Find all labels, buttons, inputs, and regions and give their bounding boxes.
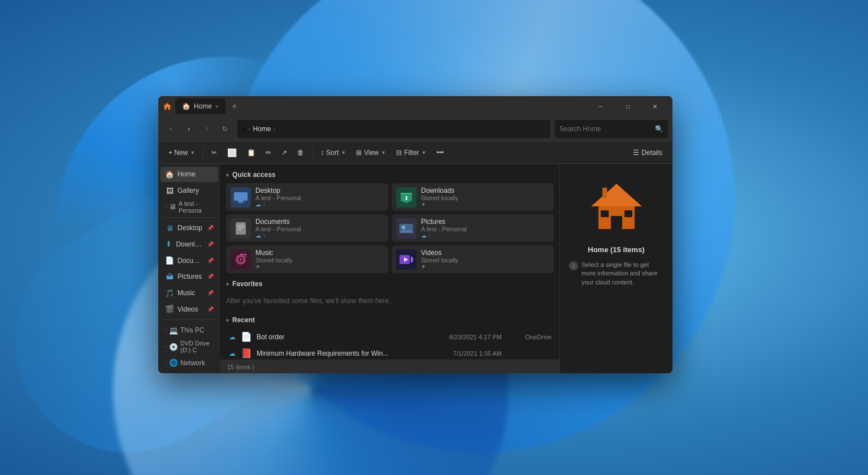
sidebar-item-pictures[interactable]: 🏔 Pictures 📌 [160, 269, 218, 284]
close-btn[interactable]: ✕ [642, 96, 668, 116]
folder-downloads-icon: ⬇ [396, 187, 416, 208]
sidebar-item-this-pc[interactable]: › 💻 This PC [160, 323, 218, 338]
new-tab-btn[interactable]: + [228, 100, 241, 113]
svg-rect-26 [602, 188, 607, 198]
this-pc-icon: 💻 [169, 326, 178, 335]
quick-access-title: Quick access [232, 171, 276, 179]
svg-rect-4 [237, 202, 244, 203]
folder-music-name: Music [255, 249, 384, 257]
favorites-empty-text: After you've favorited some files, we'll… [226, 292, 554, 309]
share-btn[interactable]: ↗ [277, 144, 292, 161]
documents-pin-icon: 📌 [207, 258, 214, 264]
rename-icon: ✏ [266, 149, 271, 157]
recent-1-date: 7/1/2021 1:35 AM [428, 350, 502, 357]
view-icon: ⊞ [356, 149, 362, 157]
sort-btn[interactable]: ↕ Sort ▼ [316, 144, 350, 161]
forward-btn[interactable]: › [181, 121, 197, 137]
svg-rect-24 [601, 210, 609, 217]
recent-0-name: Bot order [257, 333, 424, 341]
network-chevron: › [165, 360, 167, 366]
new-btn-chevron: ▼ [190, 150, 195, 156]
up-btn[interactable]: ↑ [199, 121, 215, 137]
sidebar-item-a-test[interactable]: › 🖥 A test - Persona [160, 199, 218, 214]
folder-documents-info: Documents A test - Personal ☁ ↑ [255, 218, 384, 239]
sidebar-divider-2 [163, 319, 216, 320]
folder-pictures-icon [396, 218, 416, 239]
folder-card-documents[interactable]: Documents A test - Personal ☁ ↑ [226, 214, 388, 242]
search-input[interactable] [559, 125, 653, 133]
sidebar-network-label: Network [180, 359, 205, 367]
tab-close-btn[interactable]: × [215, 103, 219, 110]
sidebar-item-documents[interactable]: 📄 Documents 📌 [160, 253, 218, 268]
this-pc-chevron: › [165, 327, 167, 333]
sidebar-this-pc-label: This PC [180, 326, 205, 334]
share-icon: ↗ [281, 149, 287, 157]
sidebar-item-music[interactable]: 🎵 Music 📌 [160, 286, 218, 301]
svg-rect-8 [237, 227, 244, 228]
folder-card-desktop[interactable]: Desktop A test - Personal ☁ ↓ [226, 183, 388, 211]
folder-pictures-cloud: ☁ ↑ [421, 232, 549, 239]
title-bar-left: 🏠 Home × + [163, 98, 588, 114]
minimize-btn[interactable]: ─ [588, 96, 614, 116]
folder-videos-icon [396, 249, 416, 270]
cut-btn[interactable]: ✂ [207, 144, 222, 161]
new-btn[interactable]: + New ▼ [164, 144, 199, 161]
sidebar-item-desktop[interactable]: 🖥 Desktop 📌 [160, 221, 218, 236]
sidebar-item-videos[interactable]: 🎬 Videos 📌 [160, 301, 218, 317]
folder-videos-info: Videos Stored locally ✦ [421, 249, 549, 270]
more-btn[interactable]: ••• [432, 144, 449, 161]
favorites-chevron[interactable]: ▾ [226, 281, 229, 287]
home-icon: 🏠 [165, 170, 174, 179]
paste-btn[interactable]: 📋 [242, 144, 260, 161]
folder-videos-pin: ✦ [421, 264, 549, 270]
folder-desktop-cloud: ☁ ↓ [255, 201, 384, 208]
rename-btn[interactable]: ✏ [261, 144, 276, 161]
recent-item-0[interactable]: ☁ 📄 Bot order 8/23/2021 4:17 PM OneDrive [226, 329, 554, 345]
folder-documents-cloud: ☁ ↑ [255, 232, 384, 239]
search-bar[interactable]: 🔍 [555, 120, 668, 138]
quick-access-grid: Desktop A test - Personal ☁ ↓ ⬇ [226, 183, 554, 273]
tab-home-icon: 🏠 [182, 102, 190, 110]
sidebar-item-network[interactable]: › 🌐 Network [160, 355, 218, 370]
sidebar-music-label: Music [177, 289, 195, 297]
recent-item-1[interactable]: ☁ 📕 Minimum Hardware Requirements for Wi… [226, 345, 554, 360]
folder-card-videos[interactable]: Videos Stored locally ✦ [392, 245, 554, 273]
folder-card-downloads[interactable]: ⬇ Downloads Stored locally ✦ [392, 183, 554, 211]
refresh-btn[interactable]: ↻ [217, 121, 233, 137]
view-btn[interactable]: ⊞ View ▼ [351, 144, 390, 161]
details-label: Details [641, 149, 662, 157]
svg-point-11 [402, 226, 405, 229]
sidebar-item-home[interactable]: 🏠 Home [160, 167, 218, 182]
folder-videos-sub: Stored locally [421, 257, 549, 264]
filter-chevron: ▼ [422, 150, 427, 156]
quick-access-chevron[interactable]: ▾ [226, 172, 229, 178]
svg-rect-3 [238, 201, 243, 202]
back-btn[interactable]: ‹ [163, 121, 179, 137]
svg-text:⬇: ⬇ [404, 195, 409, 201]
copy-btn[interactable]: ⬜ [223, 144, 241, 161]
main-area: 🏠 Home 🖼 Gallery › 🖥 A test - Persona 🖥 … [158, 164, 672, 373]
delete-btn[interactable]: 🗑 [293, 144, 309, 161]
sidebar-home-label: Home [177, 170, 196, 178]
sidebar-desktop-label: Desktop [177, 224, 202, 232]
pictures-pin-icon: 📌 [207, 274, 214, 279]
recent-chevron[interactable]: ▾ [226, 317, 229, 323]
sidebar-item-downloads[interactable]: ⬇ Downloads 📌 [160, 237, 218, 252]
folder-card-pictures[interactable]: Pictures A test - Personal ☁ ↑ [392, 214, 554, 242]
sidebar-item-gallery[interactable]: 🖼 Gallery [160, 183, 218, 198]
dvd-icon: 💿 [169, 343, 178, 351]
maximize-btn[interactable]: □ [615, 96, 641, 116]
details-btn[interactable]: ☰ Details [628, 144, 667, 161]
folder-card-music[interactable]: Music Stored locally ✦ [226, 245, 388, 273]
sidebar-pictures-label: Pictures [177, 273, 202, 280]
folder-documents-icon [231, 218, 251, 239]
address-current-text: Home [253, 125, 271, 133]
address-bar[interactable]: ⌂ › Home › [237, 120, 550, 138]
sidebar-item-dvd[interactable]: › 💿 DVD Drive (D:) C [160, 339, 218, 355]
svg-rect-2 [234, 192, 248, 201]
details-info: i Select a single file to get more infor… [569, 261, 663, 287]
tab-home[interactable]: 🏠 Home × [175, 98, 225, 114]
sidebar-gallery-label: Gallery [177, 187, 199, 195]
filter-btn[interactable]: ⊟ Filter ▼ [392, 144, 431, 161]
folder-pictures-sub: A test - Personal [421, 226, 549, 232]
